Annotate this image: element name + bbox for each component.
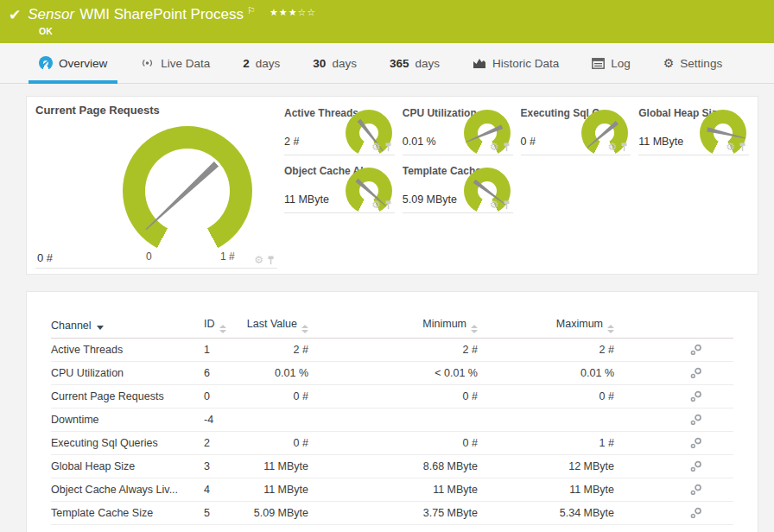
cell-id: 4 [204,484,238,496]
tab-label: Historic Data [492,57,559,70]
gear-icon[interactable]: ⚙ [607,142,617,152]
cell-channel: Active Threads [51,344,204,356]
cell-channel: CPU Utilization [51,367,204,379]
cell-minimum: 0 # [308,390,478,402]
cell-maximum: 2 # [478,344,614,356]
status-badge: OK [39,26,765,36]
gauge-scale-max: 1 # [220,250,235,263]
small-gauge-value: 0.01 % [403,136,436,148]
channel-table-panel: Channel ID Last Value Minimum Maximum Ac… [26,291,758,532]
edit-channel-icon[interactable] [690,460,702,472]
sort-icon [219,325,226,333]
status-ok-check-icon: ✔ [9,6,21,24]
tab-2-days[interactable]: 2 days [243,43,280,83]
main-gauge-value: 0 # [37,251,53,264]
sort-icon [471,325,478,333]
tab-label: Settings [680,57,722,70]
column-header-maximum[interactable]: Maximum [478,318,614,332]
main-gauge [123,126,252,256]
cell-maximum: 0 # [478,390,614,402]
table-row: Current Page Requests 0 0 # 0 # 0 # [51,385,733,408]
sort-icon [301,325,308,333]
cell-channel: Executing Sql Queries [51,437,204,449]
edit-channel-icon[interactable] [690,507,702,519]
small-gauge-value: 11 MByte [284,193,329,206]
main-gauge-tile[interactable]: Current Page Requests 0 1 # 0 # ⚙ [35,104,277,269]
table-row: Template Cache Size 5 5.09 MByte 3.75 MB… [51,502,733,525]
tab-label: Overview [59,57,107,70]
cell-maximum: 0.01 % [478,367,614,379]
chart-icon [473,57,486,69]
log-icon [592,58,605,69]
tab-bar: Overview Live Data 2 days 30 days 365 da… [0,43,774,84]
pin-icon[interactable] [620,142,628,152]
pin-icon[interactable] [267,256,275,265]
column-header-id[interactable]: ID [204,318,238,332]
cell-id: 2 [204,437,238,449]
flag-icon[interactable]: ⚐ [247,5,256,16]
table-row: CPU Utilization 6 0.01 % < 0.01 % 0.01 % [51,362,733,385]
small-gauge-tile[interactable]: Active Threads 2 # ⚙ [284,104,395,155]
column-header-channel[interactable]: Channel [51,320,204,332]
pin-icon[interactable] [739,142,746,152]
pin-icon[interactable] [384,142,392,152]
cell-id: 6 [204,367,238,379]
pin-icon[interactable] [503,200,511,210]
small-gauge-value: 0 # [521,136,536,148]
tab-label: Live Data [161,57,210,70]
cell-minimum: 3.75 MByte [308,507,478,519]
small-gauge-value: 11 MByte [638,136,683,148]
channel-table-header: Channel ID Last Value Minimum Maximum [51,313,733,339]
pin-icon[interactable] [384,200,392,210]
cell-id: 0 [204,390,238,402]
cell-last-value: 11 MByte [238,484,308,496]
cell-last-value: 2 # [238,344,308,356]
cell-id: 1 [204,344,238,356]
priority-stars[interactable]: ★★★☆☆ [270,7,316,18]
cell-channel: Global Heap Size [51,460,204,472]
gear-icon[interactable]: ⚙ [254,255,263,265]
small-gauge-tile[interactable]: Template Cache Size 5.09 MByte ⚙ [403,162,513,213]
tab-settings[interactable]: ⚙ Settings [663,43,722,83]
cell-minimum: 0 # [308,437,478,449]
sort-icon [607,325,614,333]
edit-channel-icon[interactable] [690,414,702,426]
tab-overview[interactable]: Overview [39,43,107,83]
edit-channel-icon[interactable] [690,367,702,379]
tab-365-days[interactable]: 365 days [390,43,440,83]
column-header-last-value[interactable]: Last Value [238,318,308,332]
small-gauge-tile[interactable]: Global Heap Size 11 MByte ⚙ [638,104,749,155]
small-gauge-tile[interactable]: Executing Sql Queries 0 # ⚙ [521,104,631,155]
edit-channel-icon[interactable] [690,484,702,496]
cell-minimum: < 0.01 % [308,367,478,379]
pin-icon[interactable] [503,142,511,152]
table-row: Active Threads 1 2 # 2 # 2 # [51,339,733,362]
gauges-panel: Current Page Requests 0 1 # 0 # ⚙ Active… [26,96,758,275]
small-gauge-tile[interactable]: Object Cache Always L... 11 MByte ⚙ [284,162,395,213]
edit-channel-icon[interactable] [690,437,702,449]
tab-number: 30 [313,57,326,70]
page-title: WMI SharePoint Process [79,6,244,23]
gear-icon[interactable]: ⚙ [726,142,735,152]
tab-label: Log [611,57,631,70]
tab-historic-data[interactable]: Historic Data [473,43,559,83]
cell-maximum: 12 MByte [478,460,614,472]
gear-icon[interactable]: ⚙ [490,200,499,210]
tab-log[interactable]: Log [592,43,631,83]
main-gauge-title: Current Page Requests [35,104,277,117]
gear-icon[interactable]: ⚙ [371,142,381,152]
cell-channel: Current Page Requests [51,390,204,402]
tab-30-days[interactable]: 30 days [313,43,357,83]
gear-icon[interactable]: ⚙ [490,142,499,152]
cell-last-value: 5.09 MByte [238,507,308,519]
tab-number: 2 [243,57,250,70]
small-gauge-tile[interactable]: CPU Utilization 0.01 % ⚙ [403,104,513,155]
small-gauge-value: 2 # [284,136,299,148]
cell-last-value: 11 MByte [238,460,308,472]
tab-live-data[interactable]: Live Data [140,43,210,83]
edit-channel-icon[interactable] [690,344,702,356]
gear-icon[interactable]: ⚙ [371,200,381,210]
cell-maximum: 1 # [478,437,614,449]
edit-channel-icon[interactable] [690,390,702,402]
column-header-minimum[interactable]: Minimum [308,318,478,332]
